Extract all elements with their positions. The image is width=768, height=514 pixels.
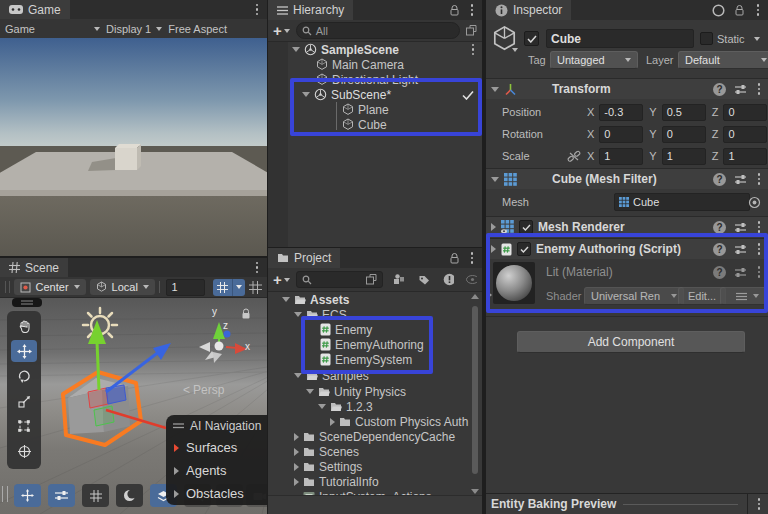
project-item-tutorialinfo[interactable]: TutorialInfo (268, 474, 482, 489)
scale-x-field[interactable]: 1 (599, 148, 643, 165)
move-overlay-button[interactable] (14, 484, 41, 507)
presets-icon[interactable] (734, 174, 747, 185)
create-button[interactable]: + (273, 22, 290, 39)
presets-icon[interactable] (734, 267, 747, 278)
scroll-down-icon[interactable] (471, 489, 479, 494)
selected-cube[interactable] (63, 320, 171, 445)
tab-game[interactable]: Game (0, 0, 70, 19)
rotate-tool-button[interactable] (11, 365, 37, 387)
scene-viewport[interactable]: y z x <Persp (0, 298, 267, 514)
project-item-custom-physics[interactable]: Custom Physics Auth (268, 414, 482, 429)
game-viewport[interactable] (0, 38, 267, 256)
project-item-ecs[interactable]: ECS (268, 307, 482, 322)
material-preview[interactable] (493, 262, 535, 304)
gizmo-y-label[interactable]: y (212, 306, 217, 317)
hierarchy-item-subscene[interactable]: SubScene* (268, 87, 482, 102)
kebab-menu-icon[interactable] (469, 43, 477, 57)
position-x-field[interactable]: -0.3 (599, 104, 643, 121)
help-icon[interactable]: ? (713, 173, 726, 186)
project-item-enemyauthoring[interactable]: EnemyAuthoring (268, 337, 482, 352)
pivot-dropdown[interactable]: Center (14, 279, 86, 295)
rotation-z-field[interactable]: 0 (723, 126, 767, 143)
kebab-menu-icon[interactable] (253, 261, 261, 275)
scale-tool-button[interactable] (11, 390, 37, 412)
game-view-dropdown[interactable]: Game (5, 23, 100, 35)
enabled-checkbox[interactable] (519, 220, 533, 234)
rotation-y-field[interactable]: 0 (662, 126, 706, 143)
material-list-dropdown[interactable] (720, 287, 768, 305)
kebab-menu-icon[interactable] (468, 3, 476, 17)
expander-icon[interactable] (294, 373, 302, 378)
expander-icon[interactable] (294, 312, 302, 317)
project-item-assets[interactable]: Assets (268, 292, 482, 307)
name-field[interactable]: Cube (546, 29, 694, 48)
search-input[interactable]: All (296, 22, 460, 39)
kebab-menu-icon[interactable] (755, 497, 763, 511)
nav-item-surfaces[interactable]: Surfaces (166, 436, 267, 459)
light-toggle-button[interactable] (116, 484, 143, 507)
move-tool-button[interactable] (11, 340, 37, 362)
expander-icon[interactable] (294, 448, 299, 456)
project-item-unity-physics[interactable]: Unity Physics (268, 384, 482, 399)
expander-icon[interactable] (491, 177, 499, 182)
chevron-down-icon[interactable] (512, 48, 518, 52)
presets-icon[interactable] (734, 84, 747, 95)
project-item-version[interactable]: 1.2.3 (268, 399, 482, 414)
mesh-renderer-header[interactable]: Mesh Renderer ? (486, 216, 768, 237)
project-item-enemysystem[interactable]: EnemySystem (268, 352, 482, 367)
rect-tool-button[interactable] (11, 415, 37, 437)
orientation-dropdown[interactable]: Local (90, 279, 155, 295)
position-z-field[interactable]: 0 (723, 104, 767, 121)
hand-tool-button[interactable] (11, 315, 37, 337)
tab-scene[interactable]: Scene (0, 258, 68, 277)
drag-handle[interactable] (2, 486, 8, 502)
tab-inspector[interactable]: Inspector (486, 0, 571, 20)
open-search-window-icon[interactable] (366, 274, 377, 285)
presets-icon[interactable] (734, 222, 747, 233)
scale-y-field[interactable]: 1 (662, 148, 706, 165)
tab-hierarchy[interactable]: Hierarchy (268, 0, 353, 20)
persp-label[interactable]: <Persp (183, 383, 224, 397)
enabled-checkbox[interactable] (517, 242, 531, 256)
grid-size-field[interactable]: 1 (166, 279, 205, 296)
static-checkbox[interactable] (700, 32, 713, 45)
expander-icon[interactable] (491, 245, 496, 253)
mesh-object-field[interactable]: Cube (614, 193, 750, 211)
tab-project[interactable]: Project (268, 248, 340, 268)
package-filter-icon[interactable] (393, 273, 404, 286)
position-y-field[interactable]: 0.5 (662, 104, 706, 121)
expander-icon[interactable] (306, 389, 314, 394)
help-icon[interactable]: ? (713, 83, 726, 96)
expander-icon[interactable] (174, 467, 179, 475)
kebab-menu-icon[interactable] (253, 3, 261, 17)
overlay-header[interactable]: AI Navigation (166, 415, 267, 436)
scrollbar-thumb[interactable] (472, 306, 478, 474)
transform-header[interactable]: Transform ? (486, 78, 768, 99)
lock-icon[interactable] (450, 5, 459, 16)
scroll-up-icon[interactable] (471, 294, 479, 299)
rotation-x-field[interactable]: 0 (599, 126, 643, 143)
lock-icon[interactable] (241, 308, 251, 320)
expander-icon[interactable] (318, 404, 326, 409)
nav-item-agents[interactable]: Agents (166, 459, 267, 482)
expander-icon[interactable] (294, 478, 299, 486)
expander-icon[interactable] (292, 47, 300, 52)
scrollbar[interactable] (471, 294, 480, 494)
search-input[interactable] (296, 271, 383, 288)
active-checkbox[interactable] (524, 31, 539, 46)
layer-dropdown[interactable]: Default (678, 51, 768, 69)
hierarchy-item-samplescene[interactable]: SampleScene (268, 42, 482, 57)
object-picker-icon[interactable] (748, 196, 761, 209)
alert-icon[interactable] (443, 273, 454, 286)
open-search-window-icon[interactable] (466, 25, 477, 36)
expander-icon[interactable] (491, 223, 496, 231)
create-button[interactable]: + (273, 271, 290, 288)
kebab-menu-icon[interactable] (754, 3, 762, 17)
expander-icon[interactable] (294, 433, 299, 441)
grid-snap-toggle[interactable] (213, 279, 245, 296)
sliders-overlay-button[interactable] (48, 484, 75, 507)
kebab-menu-icon[interactable] (755, 172, 763, 186)
gizmo-x-label[interactable]: x (245, 341, 250, 352)
help-icon[interactable]: ? (713, 221, 726, 234)
transform-tool-button[interactable] (11, 440, 37, 462)
